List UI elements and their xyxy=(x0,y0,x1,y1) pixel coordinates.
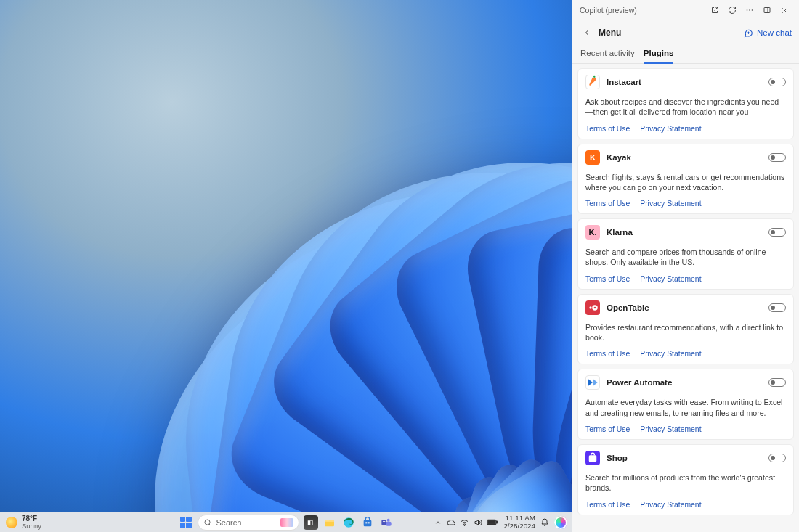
plugin-description: Automate everyday tasks with ease. From … xyxy=(585,397,786,418)
plugin-terms-link[interactable]: Terms of Use xyxy=(585,200,630,208)
plugin-toggle[interactable] xyxy=(768,303,786,312)
plugin-card: OpenTable Provides restaurant recommenda… xyxy=(577,294,794,365)
plugin-description: Ask about recipes and discover the ingre… xyxy=(585,97,786,118)
chat-plus-icon xyxy=(744,28,753,38)
plugin-privacy-link[interactable]: Privacy Statement xyxy=(640,425,701,433)
tab-recent-activity[interactable]: Recent activity xyxy=(580,45,635,63)
open-external-button[interactable] xyxy=(706,2,723,18)
plugin-toggle[interactable] xyxy=(768,378,786,387)
new-chat-button[interactable]: New chat xyxy=(744,28,792,38)
plugin-icon: K. xyxy=(585,225,600,240)
plugin-icon xyxy=(585,451,600,465)
plugin-description: Search for millions of products from the… xyxy=(585,472,786,494)
taskbar: 78°F Sunny Search ◧ T xyxy=(0,512,572,532)
dock-button[interactable] xyxy=(758,2,776,18)
plugin-toggle[interactable] xyxy=(768,153,786,162)
plugin-terms-link[interactable]: Terms of Use xyxy=(585,350,630,358)
notifications-button[interactable] xyxy=(540,518,549,527)
plugin-card: Shop Search for millions of products fro… xyxy=(577,444,794,515)
plugin-privacy-link[interactable]: Privacy Statement xyxy=(640,350,701,358)
plugin-toggle[interactable] xyxy=(768,454,786,462)
taskbar-right: 11:11 AM 2/28/2024 xyxy=(434,515,567,530)
taskbar-search[interactable]: Search xyxy=(198,515,299,531)
tab-plugins[interactable]: Plugins xyxy=(644,45,674,64)
menu-label: Menu xyxy=(599,28,621,38)
plugin-privacy-link[interactable]: Privacy Statement xyxy=(640,200,701,208)
app-title: Copilot (preview) xyxy=(578,6,706,15)
more-button[interactable] xyxy=(741,2,758,18)
file-explorer-button[interactable] xyxy=(323,515,337,530)
taskbar-clock[interactable]: 11:11 AM 2/28/2024 xyxy=(503,515,535,530)
back-button[interactable] xyxy=(580,25,594,40)
svg-rect-3 xyxy=(764,8,770,13)
plugin-privacy-link[interactable]: Privacy Statement xyxy=(640,125,701,133)
system-tray[interactable] xyxy=(447,518,498,527)
weather-widget[interactable]: 78°F Sunny xyxy=(0,515,41,530)
tray-expand-button[interactable] xyxy=(434,519,442,526)
search-placeholder: Search xyxy=(216,518,242,527)
refresh-button[interactable] xyxy=(723,2,741,18)
svg-point-9 xyxy=(589,306,591,308)
svg-point-11 xyxy=(594,306,596,308)
copilot-panel: Copilot (preview) Menu New chat Recent a… xyxy=(572,0,799,532)
edge-button[interactable] xyxy=(341,515,356,530)
plugin-privacy-link[interactable]: Privacy Statement xyxy=(640,275,701,283)
plugin-card: Instacart Ask about recipes and discover… xyxy=(577,68,794,139)
wallpaper-bloom xyxy=(85,4,572,512)
plugin-toggle[interactable] xyxy=(768,228,786,237)
plugin-icon xyxy=(585,75,600,89)
copilot-button[interactable] xyxy=(554,516,567,529)
plugin-name: Instacart xyxy=(607,78,762,86)
plugin-icon xyxy=(585,300,600,315)
svg-rect-24 xyxy=(488,520,495,523)
svg-rect-25 xyxy=(497,521,498,523)
battery-icon xyxy=(487,518,498,526)
panel-titlebar: Copilot (preview) xyxy=(572,0,799,20)
panel-subheader: Menu New chat xyxy=(572,20,799,45)
plugin-terms-link[interactable]: Terms of Use xyxy=(585,125,630,133)
sun-icon xyxy=(6,517,17,528)
plugin-card: K. Klarna Search and compare prices from… xyxy=(577,218,794,290)
volume-icon xyxy=(474,518,482,527)
search-icon xyxy=(203,518,212,527)
svg-point-22 xyxy=(464,525,465,525)
plugin-toggle[interactable] xyxy=(768,78,786,86)
store-button[interactable] xyxy=(360,515,375,530)
weather-cond: Sunny xyxy=(22,522,41,530)
svg-point-0 xyxy=(747,9,748,11)
plugin-description: Provides restaurant recommendations, wit… xyxy=(585,322,786,343)
svg-point-2 xyxy=(752,9,753,11)
plugin-terms-link[interactable]: Terms of Use xyxy=(585,275,630,283)
clock-date: 2/28/2024 xyxy=(503,523,535,530)
svg-rect-17 xyxy=(368,522,369,523)
svg-point-18 xyxy=(386,518,389,521)
search-accent-icon xyxy=(280,518,293,527)
onedrive-icon xyxy=(447,518,455,527)
start-button[interactable] xyxy=(179,515,193,530)
plugin-name: Klarna xyxy=(607,228,762,237)
close-button[interactable] xyxy=(776,2,793,18)
svg-rect-15 xyxy=(363,520,371,526)
clock-time: 11:11 AM xyxy=(503,515,535,522)
new-chat-label: New chat xyxy=(757,28,792,37)
svg-point-12 xyxy=(205,520,210,525)
plugin-icon: K xyxy=(585,150,600,165)
plugin-name: Shop xyxy=(607,454,762,462)
svg-point-1 xyxy=(749,9,750,11)
plugin-name: OpenTable xyxy=(607,303,762,312)
svg-line-13 xyxy=(209,524,211,526)
plugin-description: Search flights, stays & rental cars or g… xyxy=(585,172,786,193)
teams-button[interactable]: T xyxy=(379,515,394,530)
plugin-terms-link[interactable]: Terms of Use xyxy=(585,501,630,509)
plugin-privacy-link[interactable]: Privacy Statement xyxy=(640,501,701,509)
wifi-icon xyxy=(460,518,469,527)
taskbar-center: Search ◧ T xyxy=(179,515,394,531)
plugin-card: K Kayak Search flights, stays & rental c… xyxy=(577,144,794,215)
panel-tabs: Recent activity Plugins xyxy=(572,45,799,64)
plugin-terms-link[interactable]: Terms of Use xyxy=(585,425,630,433)
desktop-wallpaper xyxy=(0,0,572,512)
svg-rect-16 xyxy=(365,522,367,523)
plugins-list: Instacart Ask about recipes and discover… xyxy=(572,64,799,532)
task-view-button[interactable]: ◧ xyxy=(304,515,318,530)
plugin-description: Search and compare prices from thousands… xyxy=(585,247,786,268)
